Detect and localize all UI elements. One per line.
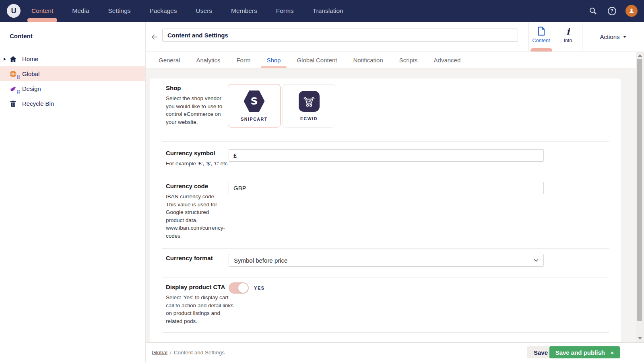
field-label-currency-code: Currency code <box>166 183 208 189</box>
document-icon <box>537 27 545 37</box>
breadcrumb: Global / Content and Settings <box>152 350 225 356</box>
chevron-down-icon <box>534 259 539 262</box>
home-icon <box>9 55 17 63</box>
field-description-shop: Select the shop vendor you would like to… <box>166 95 231 126</box>
actions-dropdown[interactable]: Actions <box>582 22 644 51</box>
main-nav: Content Media Settings Packages Users Me… <box>31 0 343 22</box>
document-title-input[interactable] <box>162 29 518 42</box>
app-tab-label: Content <box>533 38 550 43</box>
field-description-currency-code: IBAN currency code. This value is used f… <box>166 193 227 224</box>
vendor-card-ecwid[interactable]: ECWID <box>283 84 335 128</box>
tab-advanced[interactable]: Advanced <box>434 51 461 68</box>
umbraco-logo-letter: U <box>11 7 17 15</box>
toggle-state-label: YES <box>254 286 265 290</box>
help-icon[interactable]: ? <box>607 6 617 16</box>
currency-format-select[interactable]: Symbol before price <box>229 254 544 267</box>
ecwid-cart-icon <box>299 91 320 112</box>
section-divider <box>162 278 609 278</box>
tree-item-home[interactable]: Home <box>0 51 145 66</box>
currency-symbol-input[interactable] <box>229 149 544 162</box>
tab-global-content[interactable]: Global Content <box>297 51 337 68</box>
breadcrumb-link-global[interactable]: Global <box>152 350 167 356</box>
tree-item-label: Recycle Bin <box>22 100 54 107</box>
design-icon <box>9 85 17 93</box>
currency-format-value: Symbol before price <box>234 257 287 264</box>
globe-icon <box>9 70 17 78</box>
scroll-up-arrow[interactable] <box>638 54 642 57</box>
content-area: Shop Select the shop vendor you would li… <box>146 68 636 342</box>
unpublished-changes-dots <box>17 76 20 79</box>
tab-analytics[interactable]: Analytics <box>196 51 220 68</box>
unpublished-changes-dots <box>17 90 20 94</box>
section-divider <box>162 141 609 142</box>
save-and-publish-button[interactable]: Save and publish <box>549 346 620 358</box>
sidebar-section-title: Content <box>10 33 33 39</box>
section-divider <box>162 176 609 176</box>
tab-general[interactable]: General <box>159 51 180 68</box>
sidebar: Content Home <box>0 22 146 362</box>
tab-form[interactable]: Form <box>236 51 250 68</box>
currency-code-reference-text: www.iban.com/currency-codes <box>166 224 227 240</box>
umbraco-logo[interactable]: U <box>7 4 21 18</box>
expand-caret-icon[interactable] <box>4 58 6 61</box>
tab-notification[interactable]: Notification <box>353 51 383 68</box>
tab-shop[interactable]: Shop <box>266 51 281 68</box>
field-description-display-product-cta: Select 'Yes' to display cart call to act… <box>166 294 235 325</box>
nav-item-users[interactable]: Users <box>196 0 212 22</box>
nav-item-translation[interactable]: Translation <box>313 0 343 22</box>
scroll-down-arrow[interactable] <box>638 337 642 339</box>
active-nav-indicator <box>27 18 57 22</box>
tree-item-recycle-bin[interactable]: Recycle Bin <box>0 96 145 111</box>
editor-footer: Global / Content and Settings Save Save … <box>146 342 644 362</box>
tree-item-label: Home <box>22 56 38 62</box>
app-root: U Content Media Settings Packages Users … <box>0 0 644 362</box>
currency-code-input[interactable] <box>229 182 544 194</box>
app-tab-label: Info <box>564 38 572 43</box>
tree-item-design[interactable]: Design <box>0 81 145 96</box>
vendor-card-snipcart[interactable]: S SNIPCART <box>228 84 281 128</box>
nav-item-forms[interactable]: Forms <box>276 0 294 22</box>
toggle-knob <box>238 283 248 293</box>
editor-header: Content i Info Actions <box>146 22 644 51</box>
nav-item-members[interactable]: Members <box>231 0 257 22</box>
field-label-shop: Shop <box>166 84 181 91</box>
scrollbar-thumb[interactable] <box>637 59 642 321</box>
trash-icon <box>9 100 17 107</box>
nav-item-media[interactable]: Media <box>72 0 89 22</box>
breadcrumb-separator: / <box>170 350 171 356</box>
breadcrumb-current: Content and Settings <box>174 350 225 356</box>
section-divider <box>162 332 609 333</box>
back-arrow-icon[interactable] <box>149 31 160 43</box>
app-tab-content[interactable]: Content <box>528 22 554 51</box>
tree-item-label: Design <box>22 85 41 92</box>
top-navigation: U Content Media Settings Packages Users … <box>0 0 644 22</box>
tree-item-global[interactable]: Global <box>0 66 145 81</box>
active-app-tab-indicator <box>530 48 552 51</box>
form-card: Shop Select the shop vendor you would li… <box>150 78 621 342</box>
tab-scripts[interactable]: Scripts <box>399 51 418 68</box>
field-label-display-product-cta: Display product CTA <box>166 284 225 290</box>
nav-item-content[interactable]: Content <box>31 0 53 22</box>
content-tree: Home Global <box>0 51 145 111</box>
display-product-cta-toggle[interactable] <box>229 282 249 294</box>
search-icon[interactable] <box>588 6 598 16</box>
user-icon <box>629 8 634 14</box>
field-description-currency-symbol: For example '£', '$', '€' etc <box>166 160 231 168</box>
avatar[interactable] <box>625 5 638 17</box>
info-icon: i <box>566 27 570 37</box>
app-tab-info[interactable]: i Info <box>554 22 582 51</box>
topnav-actions: ? <box>588 0 638 22</box>
field-label-currency-symbol: Currency symbol <box>166 150 215 156</box>
snipcart-icon: S <box>244 90 265 112</box>
chevron-up-icon <box>611 352 614 354</box>
document-tabbar: General Analytics Form Shop Global Conte… <box>146 51 636 68</box>
nav-item-packages[interactable]: Packages <box>150 0 177 22</box>
vertical-scrollbar[interactable] <box>636 51 644 342</box>
section-divider <box>162 248 609 249</box>
tree-item-label: Global <box>22 70 39 77</box>
field-label-currency-format: Currency format <box>166 255 213 261</box>
chevron-down-icon <box>623 36 626 38</box>
nav-item-settings[interactable]: Settings <box>108 0 131 22</box>
